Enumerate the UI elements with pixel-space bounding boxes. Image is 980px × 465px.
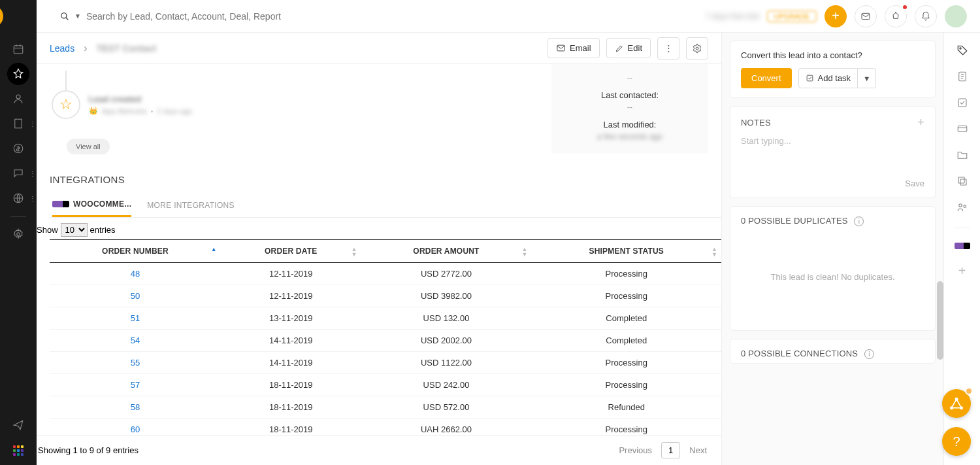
- nav-accounts[interactable]: ⋮: [7, 112, 29, 135]
- contact-info-box: -- Last contacted: -- Last modified: a f…: [551, 64, 708, 153]
- cell-order-number[interactable]: 60: [50, 419, 221, 436]
- settings-button[interactable]: [686, 37, 708, 60]
- dollar-icon: [12, 143, 24, 154]
- last-contacted-value: --: [562, 103, 698, 112]
- page-number[interactable]: 1: [661, 442, 680, 458]
- last-modified-value: a few seconds ago: [562, 132, 698, 141]
- page-size-select[interactable]: 10: [61, 223, 88, 237]
- cell-order-number[interactable]: 55: [50, 352, 221, 374]
- notes-input[interactable]: Start typing...: [741, 129, 924, 179]
- nav-conversations[interactable]: ⋮: [7, 162, 29, 184]
- tab-woocommerce[interactable]: WOOCOMME...: [52, 199, 131, 217]
- notes-save-button[interactable]: Save: [741, 179, 924, 188]
- add-task-dropdown[interactable]: ▼: [858, 68, 876, 88]
- scrollbar-thumb[interactable]: [937, 281, 943, 360]
- add-note-button[interactable]: +: [917, 116, 924, 129]
- nav-apps[interactable]: [13, 445, 24, 456]
- showing-info: Showing 1 to 9 of 9 entries: [38, 445, 139, 455]
- slim-woo[interactable]: [955, 243, 970, 249]
- search-icon[interactable]: [60, 12, 69, 21]
- slim-add[interactable]: +: [958, 264, 966, 279]
- info-icon[interactable]: i: [854, 216, 864, 226]
- last-contacted-label: Last contacted:: [562, 90, 698, 100]
- more-actions-button[interactable]: ⋮: [657, 37, 679, 60]
- table-footer: Showing 1 to 9 of 9 entries Previous 1 N…: [37, 435, 721, 465]
- email-button[interactable]: Email: [547, 38, 600, 58]
- add-task-button[interactable]: Add task: [798, 68, 858, 88]
- col-order-amount[interactable]: ORDER AMOUNT▲▼: [361, 240, 532, 263]
- view-all-button[interactable]: View all: [67, 139, 110, 154]
- nav-settings[interactable]: [7, 223, 29, 245]
- svg-rect-30: [958, 177, 964, 183]
- avatar[interactable]: [945, 5, 967, 27]
- nav-leads[interactable]: [7, 63, 29, 85]
- col-order-date[interactable]: ORDER DATE▲▼: [221, 240, 361, 263]
- nav-contacts[interactable]: [7, 88, 29, 110]
- convert-button[interactable]: Convert: [741, 68, 792, 88]
- lead-card: ☆ Lead created 👑 Ajay Mehrotra • 2 days …: [37, 64, 721, 129]
- slim-connections[interactable]: [956, 201, 968, 213]
- cell-order-number[interactable]: 48: [50, 263, 221, 285]
- cell-order-number[interactable]: 54: [50, 330, 221, 352]
- cell-order-number[interactable]: 58: [50, 396, 221, 419]
- table-row: 5514-11-2019USD 1122.00Processing: [50, 352, 721, 374]
- cell-order-number[interactable]: 51: [50, 307, 221, 330]
- slim-deals[interactable]: [956, 123, 968, 135]
- check-icon: [956, 97, 968, 109]
- cell-shipment-status: Processing: [532, 419, 722, 436]
- col-shipment-status[interactable]: SHIPMENT STATUS▲▼: [532, 240, 722, 263]
- slim-tasks[interactable]: [956, 97, 968, 109]
- search-area: ▼: [60, 11, 706, 22]
- col-order-number[interactable]: ORDER NUMBER▲: [50, 240, 221, 263]
- svg-point-19: [696, 47, 698, 50]
- cell-shipment-status: Completed: [532, 330, 722, 352]
- upgrade-badge[interactable]: UPGRADE: [767, 10, 817, 22]
- svg-point-21: [959, 48, 960, 49]
- float-help-button[interactable]: ?: [942, 427, 971, 456]
- notifications-alert[interactable]: [885, 5, 907, 27]
- bell-icon: [921, 11, 931, 22]
- nav-calendar[interactable]: [7, 38, 29, 60]
- info-icon[interactable]: i: [864, 349, 874, 359]
- float-apps-button[interactable]: [942, 389, 971, 418]
- slim-details[interactable]: [956, 71, 968, 82]
- slim-duplicates[interactable]: [956, 175, 968, 187]
- tag-icon: [956, 44, 968, 56]
- nav-more-icon: ⋮: [29, 195, 36, 202]
- nav-more-icon: ⋮: [29, 120, 36, 128]
- nav-campaigns[interactable]: [7, 414, 29, 436]
- search-input[interactable]: [86, 11, 348, 22]
- breadcrumb-root[interactable]: Leads: [50, 43, 74, 54]
- cell-order-number[interactable]: 50: [50, 285, 221, 307]
- show-label-post: entries: [90, 225, 116, 235]
- float-dot-icon: [965, 387, 973, 395]
- cell-order-amount: USD 132.00: [361, 307, 532, 330]
- prev-button[interactable]: Previous: [615, 443, 656, 458]
- email-label: Email: [570, 43, 591, 53]
- nav-reports[interactable]: ⋮: [7, 187, 29, 209]
- cell-order-amount: USD 1122.00: [361, 352, 532, 374]
- svg-point-34: [951, 407, 953, 409]
- next-button[interactable]: Next: [685, 443, 711, 458]
- add-button[interactable]: +: [825, 5, 847, 27]
- nav-deals[interactable]: [7, 137, 29, 160]
- sort-icon: ▲▼: [521, 247, 527, 257]
- cell-order-amount: USD 572.00: [361, 396, 532, 419]
- slim-files[interactable]: [956, 149, 968, 161]
- bell-button[interactable]: [915, 5, 937, 27]
- cell-shipment-status: Processing: [532, 374, 722, 396]
- inbox-button[interactable]: [855, 5, 877, 27]
- integrations-tabs: WOOCOMME... MORE INTEGRATIONS: [50, 199, 721, 218]
- crown-icon: 👑: [89, 107, 98, 115]
- slim-activity[interactable]: [956, 44, 968, 56]
- cell-order-date: 14-11-2019: [221, 352, 361, 374]
- floating-buttons: ?: [942, 389, 971, 456]
- search-dropdown-icon[interactable]: ▼: [74, 12, 81, 20]
- edit-button[interactable]: Edit: [606, 38, 651, 58]
- tab-more-integrations[interactable]: MORE INTEGRATIONS: [147, 199, 235, 217]
- cell-order-number[interactable]: 57: [50, 374, 221, 396]
- contact-icon: [12, 93, 24, 105]
- table-row: 5012-11-2019USD 3982.00Processing: [50, 285, 721, 307]
- cell-order-date: 18-11-2019: [221, 374, 361, 396]
- notes-heading: NOTES: [741, 118, 771, 128]
